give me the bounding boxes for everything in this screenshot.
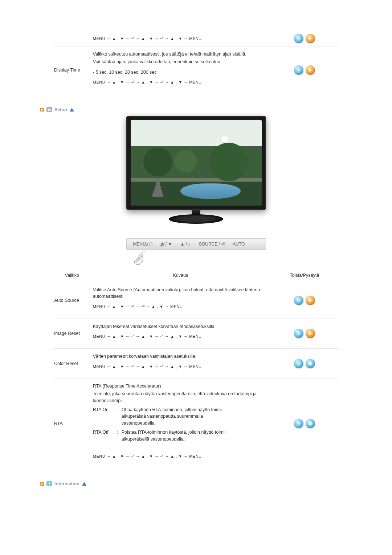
col-header: Toista/Pysäytä xyxy=(270,269,339,282)
up-arrow-icon[interactable] xyxy=(69,108,74,112)
rta-on-label: RTA On xyxy=(93,406,115,413)
desc-text: Valikko sulkeutuu automaattisesti, jos s… xyxy=(93,51,268,58)
svg-rect-14 xyxy=(309,422,311,425)
section-heading-setup: III Setup xyxy=(40,107,392,112)
bullet-icon xyxy=(40,108,44,112)
svg-marker-9 xyxy=(298,332,300,335)
play-icon[interactable] xyxy=(294,34,303,43)
desc-title: RTA (Response Time Accelerator) xyxy=(93,383,268,390)
svg-marker-8 xyxy=(309,299,312,302)
play-icon[interactable] xyxy=(294,296,303,305)
bar-item: AUTO xyxy=(233,242,245,247)
svg-marker-0 xyxy=(298,37,300,40)
play-orange-icon[interactable] xyxy=(306,329,315,338)
bar-item: SOURCE / ⏎ xyxy=(199,242,225,247)
svg-marker-11 xyxy=(298,362,300,365)
setup-square-icon: III xyxy=(46,107,52,112)
row-label: Auto Source xyxy=(53,282,91,319)
svg-marker-2 xyxy=(298,69,300,72)
monitor-illustration xyxy=(126,116,266,224)
svg-marker-13 xyxy=(298,422,300,425)
nav-seq: MENU → ▲ , ▼ → ⏎ → ▲ , ▼ → ⏎ → ▲ , ▼ → M… xyxy=(93,79,268,86)
nav-seq: MENU → ▲ , ▼ → ⏎ → ▲ , ▼ → ⏎ → ▲ , ▼ → M… xyxy=(93,364,268,370)
col-header: Kuvaus xyxy=(91,269,270,282)
bullet-icon xyxy=(40,482,44,486)
desc-text: Toiminto, joka suurentaa näytön vastenop… xyxy=(93,390,268,404)
colon: : xyxy=(117,429,120,436)
svg-marker-6 xyxy=(70,108,74,112)
pointing-hand-icon xyxy=(126,253,266,269)
section-title: Setup xyxy=(54,107,67,112)
rta-on-text: Ottaa käyttöön RTA-toiminnon, jolloin nä… xyxy=(122,406,238,427)
top-settings-table: MENU → ▲ , ▼ → ⏎ → ▲ , ▼ → ⏎ → ▲ , ▼ → M… xyxy=(53,31,339,94)
play-orange-icon[interactable] xyxy=(306,65,315,75)
svg-marker-1 xyxy=(309,37,312,40)
desc-text: Valitse Auto Source (Automaattinen valin… xyxy=(93,287,268,300)
section-title: Information xyxy=(54,481,79,486)
play-icon[interactable] xyxy=(294,359,303,368)
row-label: Color Reset xyxy=(53,349,91,378)
document-page: MENU → ▲ , ▼ → ⏎ → ▲ , ▼ → ⏎ → ▲ , ▼ → M… xyxy=(0,0,392,512)
bar-item: 🔊/ ▼ xyxy=(160,242,172,247)
stop-icon[interactable] xyxy=(306,359,315,368)
svg-rect-12 xyxy=(309,362,311,365)
desc-text: Värien parametrit korvataan valmistajan … xyxy=(93,353,268,360)
nav-seq: MENU → ▲ , ▼ → ⏎ → ▲ , ▼ → ⏎ → ▲ , ▼ → M… xyxy=(93,453,268,460)
nav-seq: MENU → ▲ , ▼ → ⏎ → ▲ , ▼ → ⏎ → ▲ , ▼ → M… xyxy=(93,333,268,340)
play-icon[interactable] xyxy=(294,65,303,75)
bar-item: ▲ /☼ xyxy=(180,242,191,247)
nav-seq: MENU → ▲ , ▼ → ⏎ → ▲ , ▼ → ⏎ → ▲ , ▼ → M… xyxy=(93,36,202,41)
play-icon[interactable] xyxy=(294,419,303,428)
row-label: Image Reset xyxy=(53,319,91,348)
desc-text: Voit säätää ajan, jonka valikko odottaa,… xyxy=(93,58,268,65)
section-heading-information: i Information xyxy=(40,481,392,486)
row-label: Display Time xyxy=(53,46,91,94)
options-text: - 5 sec, 10 sec, 20 sec, 200 sec xyxy=(93,69,268,76)
monitor-button-bar: MENU./ ⎕ 🔊/ ▼ ▲ /☼ SOURCE / ⏎ AUTO xyxy=(126,238,266,250)
row-label: RTA xyxy=(53,378,91,468)
nav-seq: MENU → ▲ , ▼ → ⏎ → ⏎ → ▲ , ▼ → MENU xyxy=(93,304,268,310)
rta-off-label: RTA Off xyxy=(93,429,115,436)
play-orange-icon[interactable] xyxy=(306,34,315,43)
bar-item: MENU./ ⎕ xyxy=(133,242,152,247)
setup-table: Valikko Kuvaus Toista/Pysäytä Auto Sourc… xyxy=(53,269,339,468)
svg-marker-17 xyxy=(82,482,86,486)
rta-off-text: Poistaa RTA-toiminnon käytöstä, jolloin … xyxy=(122,429,238,443)
svg-marker-10 xyxy=(309,332,312,335)
stop-icon[interactable] xyxy=(306,419,315,428)
desc-text: Käyttäjän tekemät väriasetukset korvataa… xyxy=(93,323,268,330)
col-header: Valikko xyxy=(53,269,91,282)
play-icon[interactable] xyxy=(294,329,303,338)
colon: : xyxy=(117,406,120,413)
info-square-icon: i xyxy=(46,481,52,486)
svg-marker-3 xyxy=(309,69,312,72)
up-arrow-icon[interactable] xyxy=(82,482,87,486)
svg-marker-7 xyxy=(298,299,300,302)
play-orange-icon[interactable] xyxy=(306,296,315,305)
